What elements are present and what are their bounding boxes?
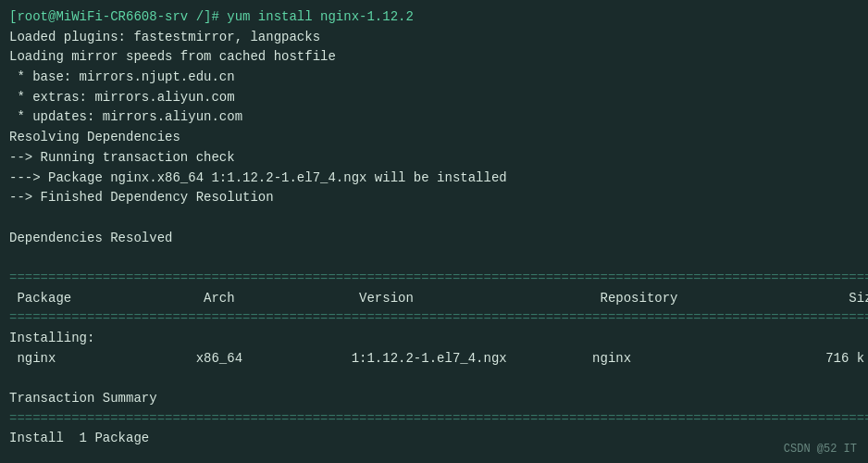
blank-line-2 xyxy=(9,248,859,269)
nginx-package-row: nginx x86_64 1:1.12.2-1.el7_4.ngx nginx … xyxy=(9,349,859,369)
output-line-loaded: Loaded plugins: fastestmirror, langpacks xyxy=(9,28,859,48)
output-line-finished: --> Finished Dependency Resolution xyxy=(9,188,859,208)
terminal-output: [root@MiWiFi-CR6608-srv /]# yum install … xyxy=(9,7,859,463)
output-line-base: * base: mirrors.njupt.edu.cn xyxy=(9,68,859,88)
output-line-resolving: Resolving Dependencies xyxy=(9,128,859,148)
output-line-running: --> Running transaction check xyxy=(9,148,859,169)
table-header: Package Arch Version Repository Size xyxy=(9,289,859,309)
install-count: Install 1 Package xyxy=(9,429,859,449)
separator-2: ========================================… xyxy=(9,308,859,329)
blank-line-4 xyxy=(9,449,859,463)
installing-label: Installing: xyxy=(9,329,859,349)
command-line: [root@MiWiFi-CR6608-srv /]# yum install … xyxy=(9,7,859,28)
separator-3: ========================================… xyxy=(9,409,859,430)
output-line-extras: * extras: mirrors.aliyun.com xyxy=(9,88,859,108)
blank-line-3 xyxy=(9,369,859,389)
output-line-loading: Loading mirror speeds from cached hostfi… xyxy=(9,47,859,68)
terminal-window: [root@MiWiFi-CR6608-srv /]# yum install … xyxy=(0,0,868,463)
transaction-summary-label: Transaction Summary xyxy=(9,389,859,409)
output-line-updates: * updates: mirrors.aliyun.com xyxy=(9,107,859,128)
output-line-package: ---> Package nginx.x86_64 1:1.12.2-1.el7… xyxy=(9,169,859,189)
separator-1: ========================================… xyxy=(9,269,859,289)
blank-line-1 xyxy=(9,208,859,229)
watermark: CSDN @52 IT xyxy=(784,443,857,456)
output-line-deps: Dependencies Resolved xyxy=(9,229,859,249)
